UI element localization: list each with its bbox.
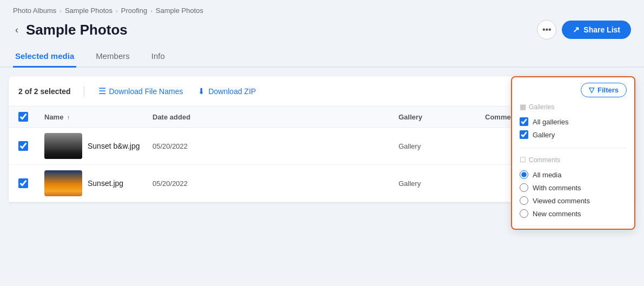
sort-icon: ↑ xyxy=(67,114,70,121)
breadcrumb-item-2[interactable]: Sample Photos xyxy=(65,6,112,15)
breadcrumb-item-1[interactable]: Photo Albums xyxy=(13,6,56,15)
download-zip-icon: ⬇ xyxy=(198,87,205,96)
filter-viewed-comments-radio[interactable] xyxy=(520,196,528,205)
row2-thumbnail xyxy=(44,170,82,196)
download-zip-button[interactable]: ⬇ Download ZIP xyxy=(197,84,257,98)
select-all-checkbox[interactable] xyxy=(18,112,28,122)
breadcrumb-sep-1: › xyxy=(59,8,62,14)
filter-all-media[interactable]: All media xyxy=(520,168,627,181)
row2-name-cell: Sunset.jpg xyxy=(44,170,152,196)
selection-count: 2 of 2 selected xyxy=(18,87,71,96)
download-names-icon: ☰ xyxy=(98,86,106,96)
header-checkbox-cell[interactable] xyxy=(18,112,44,122)
filters-comments-section: ☐ Comments All media With comments Viewe… xyxy=(512,152,634,222)
galleries-section-title: ▦ Galleries xyxy=(520,103,627,111)
more-options-button[interactable]: ••• xyxy=(537,20,556,39)
filter-gallery-checkbox[interactable] xyxy=(520,130,528,139)
share-icon: ↗ xyxy=(573,25,580,35)
filters-panel: ▽ Filters ▦ Galleries All galleries Gall… xyxy=(511,76,635,230)
row1-date: 05/20/2022 xyxy=(152,142,399,150)
header: ‹ Sample Photos ••• ↗ Share List xyxy=(0,18,644,46)
row1-gallery: Gallery xyxy=(399,142,485,150)
filter-icon: ▽ xyxy=(589,86,594,94)
filters-header: ▽ Filters xyxy=(512,77,634,99)
comments-icon: ☐ xyxy=(520,156,526,164)
filter-new-comments[interactable]: New comments xyxy=(520,207,627,220)
comments-section-title: ☐ Comments xyxy=(520,156,627,164)
row2-date: 05/20/2022 xyxy=(152,179,399,188)
row1-filename: Sunset b&w.jpg xyxy=(88,142,140,150)
back-button[interactable]: ‹ xyxy=(13,22,21,38)
row1-thumbnail xyxy=(44,133,82,159)
tab-selected-media[interactable]: Selected media xyxy=(13,46,76,68)
more-dots-icon: ••• xyxy=(542,25,552,35)
breadcrumb-sep-2: › xyxy=(116,8,118,14)
toolbar-divider-1 xyxy=(84,86,84,97)
col-gallery[interactable]: Gallery xyxy=(399,113,485,121)
row2-filename: Sunset.jpg xyxy=(88,179,123,188)
filter-with-comments[interactable]: With comments xyxy=(520,181,627,194)
filter-all-galleries-checkbox[interactable] xyxy=(520,117,528,126)
download-file-names-button[interactable]: ☰ Download File Names xyxy=(97,84,184,98)
breadcrumb-item-4[interactable]: Sample Photos xyxy=(156,6,203,15)
main-content: 2 of 2 selected ☰ Download File Names ⬇ … xyxy=(9,76,635,202)
tabs-bar: Selected media Members Info xyxy=(0,46,644,68)
filter-with-comments-radio[interactable] xyxy=(520,183,528,192)
breadcrumb-sep-3: › xyxy=(150,8,152,14)
filter-gallery[interactable]: Gallery xyxy=(520,128,627,141)
page-title: Sample Photos xyxy=(26,22,128,38)
filter-viewed-comments[interactable]: Viewed comments xyxy=(520,194,627,207)
share-list-button[interactable]: ↗ Share List xyxy=(562,21,631,39)
breadcrumb: Photo Albums › Sample Photos › Proofing … xyxy=(0,0,644,18)
filter-all-galleries[interactable]: All galleries xyxy=(520,115,627,128)
col-name[interactable]: Name ↑ xyxy=(44,113,152,121)
filter-new-comments-radio[interactable] xyxy=(520,209,528,218)
row1-checkbox-cell[interactable] xyxy=(18,141,44,151)
row2-checkbox-cell[interactable] xyxy=(18,178,44,188)
filter-all-media-radio[interactable] xyxy=(520,170,528,179)
header-left: ‹ Sample Photos xyxy=(13,22,128,38)
row1-name-cell: Sunset b&w.jpg xyxy=(44,133,152,159)
breadcrumb-item-3[interactable]: Proofing xyxy=(121,6,147,15)
tab-members[interactable]: Members xyxy=(94,46,132,68)
tab-info[interactable]: Info xyxy=(149,46,167,68)
galleries-icon: ▦ xyxy=(520,103,526,111)
row1-checkbox[interactable] xyxy=(18,141,28,151)
filters-button[interactable]: ▽ Filters xyxy=(581,83,627,97)
col-date[interactable]: Date added xyxy=(152,113,399,121)
filters-galleries-section: ▦ Galleries All galleries Gallery xyxy=(512,99,634,143)
row2-checkbox[interactable] xyxy=(18,178,28,188)
page-wrapper: Photo Albums › Sample Photos › Proofing … xyxy=(0,0,644,286)
filters-divider xyxy=(520,148,627,148)
row2-gallery: Gallery xyxy=(399,179,485,188)
header-right: ••• ↗ Share List xyxy=(537,20,631,39)
